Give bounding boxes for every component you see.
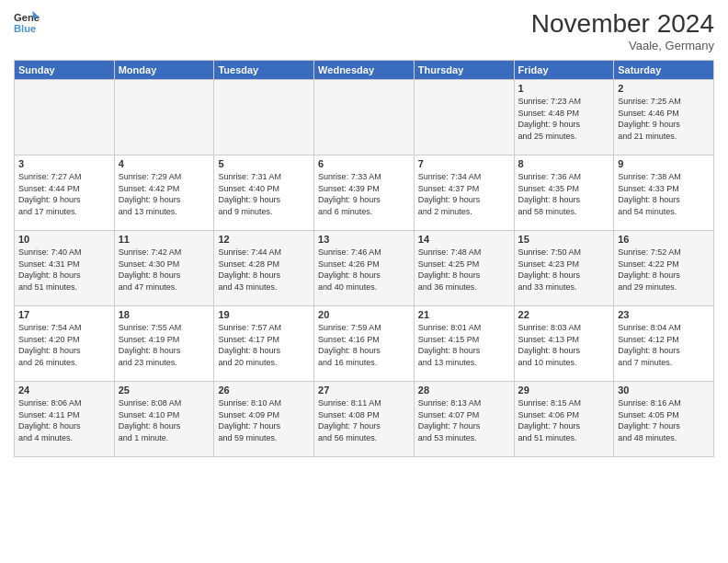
day-info: Sunrise: 8:06 AM Sunset: 4:11 PM Dayligh…: [18, 397, 110, 443]
day-number: 7: [418, 158, 510, 169]
day-number: 6: [318, 158, 410, 169]
day-info: Sunrise: 8:08 AM Sunset: 4:10 PM Dayligh…: [119, 397, 210, 443]
header: General Blue November 2024 Vaale, German…: [14, 9, 714, 52]
day-number: 5: [218, 158, 310, 169]
logo: General Blue: [14, 9, 40, 35]
day-number: 10: [18, 234, 110, 245]
day-info: Sunrise: 7:55 AM Sunset: 4:19 PM Dayligh…: [119, 322, 210, 368]
day-info: Sunrise: 7:29 AM Sunset: 4:42 PM Dayligh…: [119, 171, 210, 217]
day-cell-2-4: 14Sunrise: 7:48 AM Sunset: 4:25 PM Dayli…: [414, 231, 514, 306]
day-info: Sunrise: 7:54 AM Sunset: 4:20 PM Dayligh…: [18, 322, 110, 368]
day-info: Sunrise: 8:16 AM Sunset: 4:05 PM Dayligh…: [618, 397, 710, 443]
week-row-4: 17Sunrise: 7:54 AM Sunset: 4:20 PM Dayli…: [15, 306, 714, 382]
day-cell-4-4: 28Sunrise: 8:13 AM Sunset: 4:07 PM Dayli…: [414, 382, 514, 457]
col-tuesday: Tuesday: [214, 61, 314, 80]
col-saturday: Saturday: [614, 61, 714, 80]
day-cell-3-1: 18Sunrise: 7:55 AM Sunset: 4:19 PM Dayli…: [114, 306, 214, 382]
day-number: 2: [618, 83, 710, 94]
page-container: General Blue November 2024 Vaale, German…: [0, 0, 728, 466]
day-number: 27: [318, 385, 410, 396]
day-info: Sunrise: 7:38 AM Sunset: 4:33 PM Dayligh…: [618, 171, 710, 217]
svg-text:Blue: Blue: [14, 23, 36, 34]
day-info: Sunrise: 7:59 AM Sunset: 4:16 PM Dayligh…: [318, 322, 410, 368]
day-number: 28: [418, 385, 510, 396]
day-cell-0-4: [414, 80, 514, 155]
day-number: 12: [218, 234, 310, 245]
day-info: Sunrise: 7:52 AM Sunset: 4:22 PM Dayligh…: [618, 247, 710, 293]
day-number: 23: [618, 309, 710, 320]
day-number: 11: [119, 234, 210, 245]
week-row-3: 10Sunrise: 7:40 AM Sunset: 4:31 PM Dayli…: [15, 231, 714, 306]
month-title: November 2024: [531, 9, 714, 39]
day-info: Sunrise: 8:11 AM Sunset: 4:08 PM Dayligh…: [318, 397, 410, 443]
day-cell-3-3: 20Sunrise: 7:59 AM Sunset: 4:16 PM Dayli…: [314, 306, 415, 382]
day-cell-1-2: 5Sunrise: 7:31 AM Sunset: 4:40 PM Daylig…: [214, 155, 314, 231]
day-cell-1-3: 6Sunrise: 7:33 AM Sunset: 4:39 PM Daylig…: [314, 155, 415, 231]
day-info: Sunrise: 7:46 AM Sunset: 4:26 PM Dayligh…: [318, 247, 410, 293]
day-cell-0-6: 2Sunrise: 7:25 AM Sunset: 4:46 PM Daylig…: [614, 80, 714, 155]
day-cell-3-2: 19Sunrise: 7:57 AM Sunset: 4:17 PM Dayli…: [214, 306, 314, 382]
day-info: Sunrise: 7:57 AM Sunset: 4:17 PM Dayligh…: [218, 322, 310, 368]
day-info: Sunrise: 8:04 AM Sunset: 4:12 PM Dayligh…: [618, 322, 710, 368]
day-info: Sunrise: 7:40 AM Sunset: 4:31 PM Dayligh…: [18, 247, 110, 293]
day-cell-3-0: 17Sunrise: 7:54 AM Sunset: 4:20 PM Dayli…: [15, 306, 115, 382]
week-row-2: 3Sunrise: 7:27 AM Sunset: 4:44 PM Daylig…: [15, 155, 714, 231]
day-cell-3-6: 23Sunrise: 8:04 AM Sunset: 4:12 PM Dayli…: [614, 306, 714, 382]
day-info: Sunrise: 7:42 AM Sunset: 4:30 PM Dayligh…: [119, 247, 210, 293]
day-cell-4-5: 29Sunrise: 8:15 AM Sunset: 4:06 PM Dayli…: [514, 382, 614, 457]
day-info: Sunrise: 7:50 AM Sunset: 4:23 PM Dayligh…: [518, 247, 610, 293]
day-cell-0-0: [15, 80, 115, 155]
day-number: 19: [218, 309, 310, 320]
col-thursday: Thursday: [414, 61, 514, 80]
day-info: Sunrise: 7:33 AM Sunset: 4:39 PM Dayligh…: [318, 171, 410, 217]
day-number: 14: [418, 234, 510, 245]
col-monday: Monday: [114, 61, 214, 80]
day-cell-4-2: 26Sunrise: 8:10 AM Sunset: 4:09 PM Dayli…: [214, 382, 314, 457]
day-cell-0-2: [214, 80, 314, 155]
day-number: 22: [518, 309, 610, 320]
day-cell-4-0: 24Sunrise: 8:06 AM Sunset: 4:11 PM Dayli…: [15, 382, 115, 457]
day-info: Sunrise: 8:15 AM Sunset: 4:06 PM Dayligh…: [518, 397, 610, 443]
day-cell-0-1: [114, 80, 214, 155]
day-cell-1-6: 9Sunrise: 7:38 AM Sunset: 4:33 PM Daylig…: [614, 155, 714, 231]
day-info: Sunrise: 7:44 AM Sunset: 4:28 PM Dayligh…: [218, 247, 310, 293]
day-number: 9: [618, 158, 710, 169]
day-cell-3-4: 21Sunrise: 8:01 AM Sunset: 4:15 PM Dayli…: [414, 306, 514, 382]
day-info: Sunrise: 7:27 AM Sunset: 4:44 PM Dayligh…: [18, 171, 110, 217]
col-sunday: Sunday: [15, 61, 115, 80]
title-block: November 2024 Vaale, Germany: [531, 9, 714, 52]
day-cell-0-3: [314, 80, 415, 155]
day-info: Sunrise: 8:10 AM Sunset: 4:09 PM Dayligh…: [218, 397, 310, 443]
day-cell-1-1: 4Sunrise: 7:29 AM Sunset: 4:42 PM Daylig…: [114, 155, 214, 231]
day-info: Sunrise: 8:13 AM Sunset: 4:07 PM Dayligh…: [418, 397, 510, 443]
day-number: 30: [618, 385, 710, 396]
header-row: Sunday Monday Tuesday Wednesday Thursday…: [15, 61, 714, 80]
day-info: Sunrise: 7:34 AM Sunset: 4:37 PM Dayligh…: [418, 171, 510, 217]
week-row-1: 1Sunrise: 7:23 AM Sunset: 4:48 PM Daylig…: [15, 80, 714, 155]
day-number: 3: [18, 158, 110, 169]
day-number: 18: [119, 309, 210, 320]
day-cell-3-5: 22Sunrise: 8:03 AM Sunset: 4:13 PM Dayli…: [514, 306, 614, 382]
day-number: 26: [218, 385, 310, 396]
day-info: Sunrise: 7:31 AM Sunset: 4:40 PM Dayligh…: [218, 171, 310, 217]
location: Vaale, Germany: [531, 39, 714, 52]
week-row-5: 24Sunrise: 8:06 AM Sunset: 4:11 PM Dayli…: [15, 382, 714, 457]
day-info: Sunrise: 7:25 AM Sunset: 4:46 PM Dayligh…: [618, 96, 710, 142]
day-cell-1-0: 3Sunrise: 7:27 AM Sunset: 4:44 PM Daylig…: [15, 155, 115, 231]
col-friday: Friday: [514, 61, 614, 80]
day-info: Sunrise: 7:36 AM Sunset: 4:35 PM Dayligh…: [518, 171, 610, 217]
day-cell-2-3: 13Sunrise: 7:46 AM Sunset: 4:26 PM Dayli…: [314, 231, 415, 306]
day-number: 13: [318, 234, 410, 245]
day-cell-1-4: 7Sunrise: 7:34 AM Sunset: 4:37 PM Daylig…: [414, 155, 514, 231]
day-cell-4-3: 27Sunrise: 8:11 AM Sunset: 4:08 PM Dayli…: [314, 382, 415, 457]
col-wednesday: Wednesday: [314, 61, 415, 80]
day-number: 24: [18, 385, 110, 396]
day-cell-2-2: 12Sunrise: 7:44 AM Sunset: 4:28 PM Dayli…: [214, 231, 314, 306]
day-number: 16: [618, 234, 710, 245]
day-number: 25: [119, 385, 210, 396]
day-cell-2-0: 10Sunrise: 7:40 AM Sunset: 4:31 PM Dayli…: [15, 231, 115, 306]
day-cell-2-1: 11Sunrise: 7:42 AM Sunset: 4:30 PM Dayli…: [114, 231, 214, 306]
day-number: 15: [518, 234, 610, 245]
day-number: 8: [518, 158, 610, 169]
logo-icon: General Blue: [14, 9, 40, 35]
